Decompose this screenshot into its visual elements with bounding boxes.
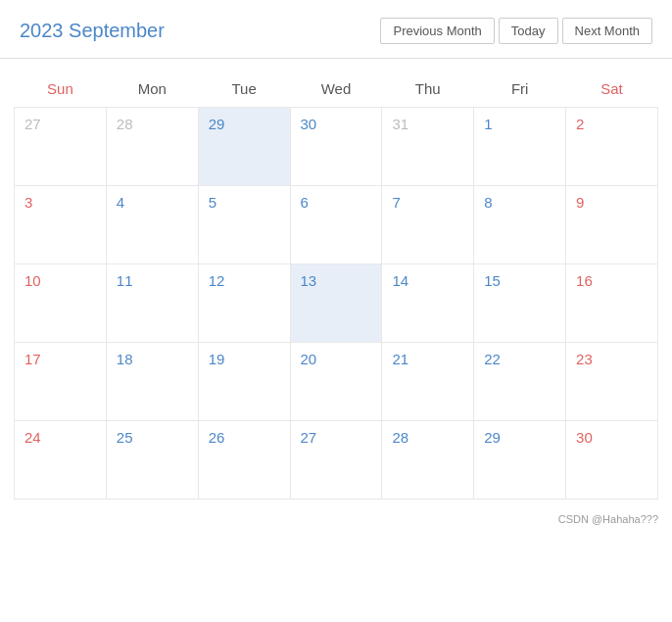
day-number: 10 [24,272,41,289]
day-number: 16 [576,272,593,289]
day-number: 30 [576,429,593,446]
calendar-day-cell[interactable]: 19 [198,343,290,421]
calendar-day-cell[interactable]: 13 [290,264,382,343]
calendar-day-cell[interactable]: 27 [15,108,107,186]
day-number: 12 [209,272,225,289]
calendar-day-cell[interactable]: 31 [382,108,474,186]
calendar-thead: SunMonTueWedThuFriSat [15,69,658,108]
calendar-day-cell[interactable]: 16 [566,264,658,343]
day-number: 28 [392,429,408,446]
calendar-day-cell[interactable]: 27 [290,421,382,500]
day-number: 23 [576,351,593,367]
calendar-day-cell[interactable]: 6 [290,186,382,264]
calendar-week-row: 17181920212223 [15,343,658,421]
day-number: 30 [301,116,317,132]
calendar-day-cell[interactable]: 24 [15,421,107,500]
calendar-day-cell[interactable]: 26 [198,421,290,500]
day-number: 19 [209,351,225,367]
day-number: 7 [392,194,400,211]
day-number: 13 [301,272,317,289]
day-number: 20 [301,351,317,367]
calendar-day-cell[interactable]: 30 [566,421,658,500]
calendar-day-cell[interactable]: 18 [106,343,198,421]
calendar-day-cell[interactable]: 9 [566,186,658,264]
calendar-day-cell[interactable]: 20 [290,343,382,421]
next-month-button[interactable]: Next Month [562,18,652,44]
calendar-week-row: 24252627282930 [15,421,658,500]
day-number: 6 [301,194,309,211]
calendar-day-cell[interactable]: 2 [566,108,658,186]
day-number: 1 [484,116,492,132]
weekday-header-wed: Wed [290,69,382,108]
calendar-day-cell[interactable]: 29 [474,421,566,500]
calendar-week-row: 272829303112 [15,108,658,186]
watermark: CSDN @Hahaha??? [0,509,672,531]
day-number: 21 [392,351,408,367]
day-number: 29 [484,429,501,446]
day-number: 27 [301,429,317,446]
calendar-tbody: 2728293031123456789101112131415161718192… [15,108,658,500]
day-number: 24 [24,429,41,446]
weekday-header-sun: Sun [15,69,107,108]
calendar-day-cell[interactable]: 4 [106,186,198,264]
calendar-day-cell[interactable]: 14 [382,264,474,343]
day-number: 14 [392,272,408,289]
weekday-header-sat: Sat [566,69,658,108]
day-number: 17 [24,351,41,367]
calendar-day-cell[interactable]: 28 [382,421,474,500]
calendar-day-cell[interactable]: 15 [474,264,566,343]
calendar-day-cell[interactable]: 10 [15,264,107,343]
weekday-header-row: SunMonTueWedThuFriSat [15,69,658,108]
day-number: 22 [484,351,501,367]
day-number: 11 [117,272,133,289]
today-button[interactable]: Today [499,18,558,44]
day-number: 26 [209,429,225,446]
day-number: 4 [117,194,124,211]
weekday-header-mon: Mon [106,69,198,108]
calendar-day-cell[interactable]: 8 [474,186,566,264]
day-number: 9 [576,194,584,211]
calendar-day-cell[interactable]: 28 [106,108,198,186]
calendar-day-cell[interactable]: 11 [106,264,198,343]
nav-buttons: Previous Month Today Next Month [380,18,652,44]
day-number: 8 [484,194,492,211]
day-number: 18 [117,351,133,367]
calendar-header: 2023 September Previous Month Today Next… [0,0,672,59]
calendar-day-cell[interactable]: 23 [566,343,658,421]
calendar-day-cell[interactable]: 29 [198,108,290,186]
day-number: 25 [117,429,133,446]
day-number: 29 [209,116,225,132]
day-number: 31 [392,116,408,132]
day-number: 28 [117,116,133,132]
weekday-header-fri: Fri [474,69,566,108]
calendar-day-cell[interactable]: 22 [474,343,566,421]
day-number: 3 [24,194,32,211]
calendar-day-cell[interactable]: 17 [15,343,107,421]
prev-month-button[interactable]: Previous Month [380,18,494,44]
calendar-container: SunMonTueWedThuFriSat 272829303112345678… [0,59,672,509]
calendar-table: SunMonTueWedThuFriSat 272829303112345678… [14,69,658,500]
day-number: 5 [209,194,216,211]
calendar-day-cell[interactable]: 21 [382,343,474,421]
calendar-day-cell[interactable]: 1 [474,108,566,186]
calendar-day-cell[interactable]: 30 [290,108,382,186]
day-number: 15 [484,272,501,289]
weekday-header-thu: Thu [382,69,474,108]
weekday-header-tue: Tue [198,69,290,108]
calendar-day-cell[interactable]: 3 [15,186,107,264]
calendar-day-cell[interactable]: 5 [198,186,290,264]
calendar-week-row: 3456789 [15,186,658,264]
day-number: 2 [576,116,584,132]
calendar-week-row: 10111213141516 [15,264,658,343]
calendar-day-cell[interactable]: 7 [382,186,474,264]
calendar-day-cell[interactable]: 25 [106,421,198,500]
calendar-title: 2023 September [20,20,165,42]
day-number: 27 [24,116,41,132]
calendar-day-cell[interactable]: 12 [198,264,290,343]
